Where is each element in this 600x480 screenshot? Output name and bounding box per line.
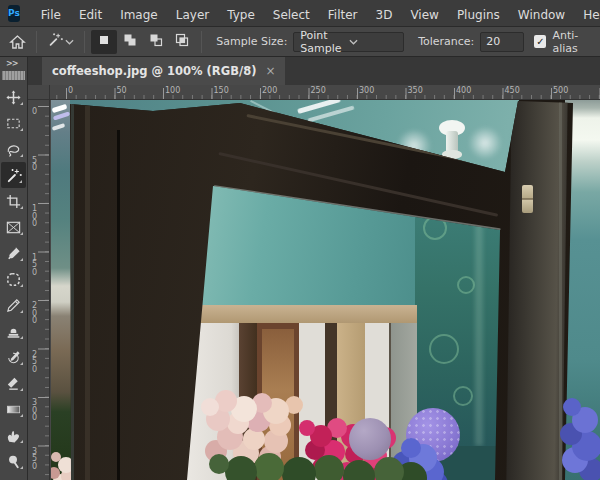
vruler-label: 0 bbox=[32, 108, 40, 116]
collapse-panel-button[interactable]: >> bbox=[0, 57, 27, 70]
menu-bar-items: FileEditImageLayerTypeSelectFilter3DView… bbox=[32, 4, 600, 23]
tool-frame[interactable] bbox=[0, 214, 27, 240]
intersect-selection-icon bbox=[174, 32, 190, 51]
photo-blue-flower bbox=[563, 398, 581, 416]
separator bbox=[201, 31, 202, 53]
menu-edit[interactable]: Edit bbox=[70, 8, 111, 22]
anti-alias-checkbox[interactable]: ✓ bbox=[534, 35, 546, 48]
sample-size-dropdown[interactable]: Point Sample bbox=[293, 32, 404, 52]
tools-panel: >> bbox=[0, 57, 28, 480]
menu-window[interactable]: Window bbox=[509, 8, 574, 22]
horizontal-ruler[interactable]: 050100150200250300350400450500 bbox=[50, 85, 600, 100]
menu-image[interactable]: Image bbox=[111, 8, 167, 22]
hruler-label: 300 bbox=[359, 86, 374, 95]
photo-magenta-roses bbox=[299, 420, 315, 436]
photoshop-window: Ps FileEditImageLayerTypeSelectFilter3DV… bbox=[0, 0, 600, 480]
vertical-ruler[interactable]: 050100150200250300350 bbox=[28, 100, 50, 480]
hruler-label: 150 bbox=[214, 86, 229, 95]
crop-icon bbox=[5, 193, 22, 210]
ruler-corner bbox=[28, 85, 50, 100]
tool-rectangular-marquee[interactable] bbox=[0, 110, 27, 136]
panel-grip[interactable] bbox=[2, 71, 25, 80]
menu-layer[interactable]: Layer bbox=[167, 8, 218, 22]
tolerance-label: Tolerance: bbox=[418, 35, 474, 48]
eraser-icon bbox=[5, 375, 22, 392]
magic-wand-icon bbox=[5, 167, 22, 184]
new-selection-button[interactable] bbox=[91, 30, 117, 54]
anti-alias-label: Anti-alias bbox=[552, 29, 600, 55]
move-icon bbox=[5, 89, 22, 106]
lasso-icon bbox=[5, 141, 22, 158]
frame-icon bbox=[5, 219, 22, 236]
menu-file[interactable]: File bbox=[32, 8, 70, 22]
separator bbox=[84, 31, 85, 53]
intersect-selection-button[interactable] bbox=[169, 30, 195, 54]
vruler-label: 50 bbox=[32, 157, 40, 172]
magic-wand-icon bbox=[47, 32, 63, 51]
hruler-label: 0 bbox=[68, 86, 73, 95]
tool-lasso[interactable] bbox=[0, 136, 27, 162]
tool-eraser[interactable] bbox=[0, 370, 27, 396]
tool-clone-stamp[interactable] bbox=[0, 318, 27, 344]
photo-cream-roses bbox=[201, 398, 219, 416]
hruler-label: 50 bbox=[117, 86, 127, 95]
tool-magic-wand[interactable] bbox=[1, 162, 26, 188]
hruler-label: 400 bbox=[456, 86, 471, 95]
photo-hinge bbox=[522, 185, 533, 213]
menu-3d[interactable]: 3D bbox=[367, 8, 402, 22]
tool-move[interactable] bbox=[0, 84, 27, 110]
home-icon bbox=[9, 34, 26, 50]
tool-smudge[interactable] bbox=[0, 422, 27, 448]
vruler-label: 150 bbox=[32, 254, 40, 277]
marquee-icon bbox=[5, 115, 22, 132]
hruler-label: 200 bbox=[262, 86, 277, 95]
chevron-down-icon bbox=[65, 35, 74, 48]
image-canvas[interactable] bbox=[51, 100, 600, 480]
sample-size-value: Point Sample bbox=[300, 29, 348, 55]
vruler-label: 350 bbox=[32, 448, 40, 471]
tool-pencil[interactable] bbox=[0, 292, 27, 318]
healing-patch-icon bbox=[5, 271, 22, 288]
menu-filter[interactable]: Filter bbox=[319, 8, 367, 22]
tool-eyedropper[interactable] bbox=[0, 240, 27, 266]
hruler-label: 500 bbox=[553, 86, 568, 95]
smudge-icon bbox=[5, 427, 22, 444]
vruler-label: 200 bbox=[32, 302, 40, 325]
add-selection-icon bbox=[122, 32, 138, 51]
photo-interior-ceiling bbox=[187, 305, 417, 323]
tool-gradient[interactable] bbox=[0, 396, 27, 422]
photo-light-glow bbox=[468, 126, 502, 160]
tool-crop[interactable] bbox=[0, 188, 27, 214]
photoshop-logo: Ps bbox=[8, 5, 20, 22]
vruler-label: 100 bbox=[32, 205, 40, 228]
tool-history-brush[interactable] bbox=[0, 344, 27, 370]
photo-left-reflection bbox=[51, 100, 72, 480]
menu-select[interactable]: Select bbox=[264, 8, 319, 22]
menu-plugins[interactable]: Plugins bbox=[448, 8, 509, 22]
vruler-label: 300 bbox=[32, 399, 40, 422]
options-bar: Sample Size: Point Sample Tolerance: ✓ A… bbox=[0, 27, 600, 57]
photo-hyacinth-flowers bbox=[401, 438, 421, 458]
sample-size-label: Sample Size: bbox=[216, 35, 287, 48]
photo-allium-flower bbox=[349, 418, 391, 460]
add-to-selection-button[interactable] bbox=[117, 30, 143, 54]
close-icon[interactable]: × bbox=[265, 64, 275, 78]
menu-bar: Ps FileEditImageLayerTypeSelectFilter3DV… bbox=[0, 0, 600, 27]
document-tab[interactable]: coffeeshop.jpg @ 100% (RGB/8) × bbox=[42, 57, 285, 85]
tool-dodge[interactable] bbox=[0, 448, 27, 474]
gradient-icon bbox=[5, 401, 22, 418]
menu-help[interactable]: Help bbox=[574, 8, 600, 22]
tool-spot-healing[interactable] bbox=[0, 266, 27, 292]
subtract-from-selection-button[interactable] bbox=[143, 30, 169, 54]
menu-type[interactable]: Type bbox=[218, 8, 264, 22]
menu-view[interactable]: View bbox=[401, 8, 447, 22]
tool-preset-button[interactable] bbox=[43, 32, 78, 51]
tolerance-input[interactable] bbox=[480, 32, 524, 52]
dodge-icon bbox=[5, 453, 22, 470]
subtract-selection-icon bbox=[148, 32, 164, 51]
clone-stamp-icon bbox=[5, 323, 22, 340]
hruler-label: 250 bbox=[311, 86, 326, 95]
home-button[interactable] bbox=[4, 30, 30, 54]
photo-foliage bbox=[209, 454, 229, 474]
document-tab-bar: coffeeshop.jpg @ 100% (RGB/8) × bbox=[28, 57, 600, 85]
